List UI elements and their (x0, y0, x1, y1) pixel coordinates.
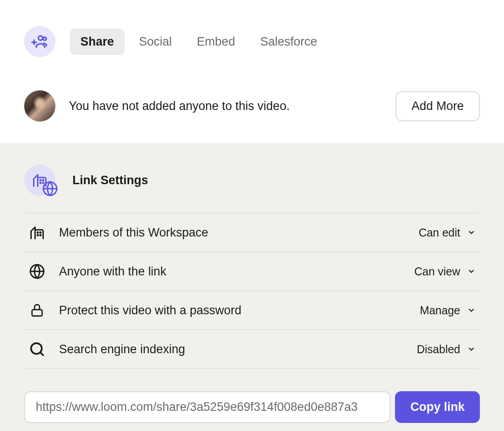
svg-point-6 (40, 182, 41, 183)
lock-icon (29, 302, 46, 319)
svg-line-18 (40, 352, 43, 355)
setting-left: Anyone with the link (29, 263, 166, 280)
avatar (24, 90, 55, 122)
copy-link-button[interactable]: Copy link (395, 391, 480, 423)
setting-label: Search engine indexing (59, 342, 185, 356)
setting-row-password: Protect this video with a password Manag… (24, 291, 480, 330)
tabs: Share Social Embed Salesforce (70, 29, 328, 55)
search-icon (29, 341, 46, 358)
add-people-icon (31, 33, 48, 50)
globe-icon (29, 263, 46, 280)
tab-share[interactable]: Share (70, 29, 125, 55)
share-top-section: Share Social Embed Salesforce You have n… (0, 0, 504, 143)
tab-salesforce[interactable]: Salesforce (249, 29, 328, 55)
svg-rect-16 (32, 310, 42, 316)
added-row: You have not added anyone to this video.… (24, 90, 480, 122)
setting-left: Search engine indexing (29, 341, 185, 358)
tabs-row: Share Social Embed Salesforce (24, 26, 480, 57)
chevron-down-icon (467, 306, 475, 314)
setting-value: Can view (414, 265, 460, 278)
setting-value: Disabled (417, 343, 460, 356)
people-icon-circle (24, 26, 55, 57)
globe-badge-icon (42, 181, 58, 197)
setting-dropdown-indexing[interactable]: Disabled (417, 343, 475, 356)
chevron-down-icon (467, 345, 475, 353)
setting-row-workspace-members: Members of this Workspace Can edit (24, 213, 480, 252)
setting-label: Members of this Workspace (59, 226, 208, 240)
setting-dropdown-password[interactable]: Manage (420, 304, 475, 317)
setting-left: Members of this Workspace (29, 224, 208, 241)
setting-left: Protect this video with a password (29, 302, 241, 319)
setting-value: Manage (420, 304, 460, 317)
svg-point-1 (43, 37, 46, 40)
link-settings-title: Link Settings (72, 173, 148, 187)
setting-dropdown-anyone[interactable]: Can view (414, 265, 475, 278)
chevron-down-icon (467, 228, 475, 237)
link-settings-header: Link Settings (24, 165, 480, 213)
add-more-button[interactable]: Add More (395, 91, 480, 121)
added-message: You have not added anyone to this video. (69, 99, 290, 113)
svg-point-4 (40, 180, 41, 181)
workspace-icon (29, 224, 46, 241)
setting-dropdown-workspace[interactable]: Can edit (419, 226, 475, 239)
tab-embed[interactable]: Embed (186, 29, 246, 55)
settings-list: Members of this Workspace Can edit Anyon… (24, 213, 480, 369)
copy-link-row: Copy link (24, 391, 480, 423)
link-settings-icon-circle (24, 165, 55, 196)
link-settings-section: Link Settings Members of this Workspace (0, 143, 504, 431)
setting-label: Protect this video with a password (59, 304, 241, 317)
tab-social[interactable]: Social (128, 29, 183, 55)
setting-row-anyone-link: Anyone with the link Can view (24, 252, 480, 291)
chevron-down-icon (467, 267, 475, 275)
svg-point-0 (38, 36, 43, 40)
svg-point-11 (40, 232, 41, 233)
setting-value: Can edit (419, 226, 460, 239)
svg-point-10 (37, 232, 38, 233)
setting-label: Anyone with the link (59, 265, 166, 279)
share-link-input[interactable] (24, 391, 391, 423)
added-left: You have not added anyone to this video. (24, 90, 290, 122)
svg-point-13 (40, 235, 41, 236)
setting-row-search-indexing: Search engine indexing Disabled (24, 330, 480, 369)
svg-point-12 (37, 235, 38, 236)
